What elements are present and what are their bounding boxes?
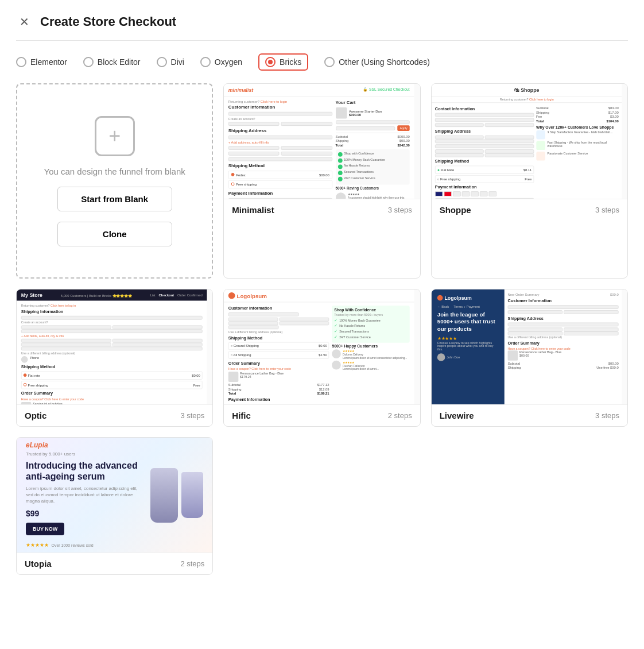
radio-circle-divi [157, 57, 167, 67]
radio-circle-elementor [16, 57, 26, 67]
livewire-card-footer: Livewire 3 steps [432, 404, 627, 426]
radio-label-divi: Divi [171, 57, 184, 67]
page-builder-selector: Elementor Block Editor Divi Oxygen Brick… [16, 53, 628, 71]
optic-name: Optic [25, 411, 46, 420]
modal-header: ✕ Create Store Checkout [16, 14, 628, 41]
modal-title: Create Store Checkout [40, 14, 176, 29]
minimalist-name: Minimalist [232, 205, 274, 215]
radio-other[interactable]: Other (Using Shortcodes) [324, 57, 430, 67]
optic-preview: My Store 5,000 Customers | Build on Bric… [17, 289, 212, 404]
radio-divi[interactable]: Divi [157, 57, 184, 67]
hific-card-footer: Hific 2 steps [224, 404, 420, 426]
modal-container: ✕ Create Store Checkout Elementor Block … [0, 0, 644, 589]
template-card-optic[interactable]: My Store 5,000 Customers | Build on Bric… [16, 289, 213, 427]
shoppe-name: Shoppe [440, 205, 471, 215]
blank-card[interactable]: + You can design the funnel from blank S… [16, 83, 213, 279]
blank-card-text: You can design the funnel from blank [44, 167, 185, 176]
livewire-name: Livewire [440, 411, 474, 420]
minimalist-preview: minimalist 🔒 SSL Secured Checkout Return… [224, 84, 420, 199]
start-from-blank-button[interactable]: Start from Blank [57, 187, 172, 211]
add-icon: + [95, 116, 135, 156]
radio-bricks[interactable]: Bricks [258, 53, 308, 71]
utopia-name: Utopia [25, 559, 52, 569]
optic-steps: 3 steps [180, 411, 204, 420]
template-card-minimalist[interactable]: minimalist 🔒 SSL Secured Checkout Return… [223, 83, 420, 279]
template-card-shoppe[interactable]: 🛍 Shoppe Returning customer? Click here … [431, 83, 628, 279]
radio-oxygen[interactable]: Oxygen [200, 57, 242, 67]
shoppe-preview: 🛍 Shoppe Returning customer? Click here … [432, 84, 627, 199]
utopia-steps: 2 steps [180, 559, 204, 568]
radio-circle-block-editor [83, 57, 94, 67]
minimalist-card-footer: Minimalist 3 steps [224, 199, 420, 221]
utopia-preview: eLupia Trusted by 5,000+ users Introduci… [17, 438, 212, 553]
radio-label-oxygen: Oxygen [215, 57, 242, 67]
optic-card-footer: Optic 3 steps [17, 404, 212, 426]
radio-elementor[interactable]: Elementor [16, 57, 67, 67]
radio-label-block-editor: Block Editor [98, 57, 141, 67]
shoppe-steps: 3 steps [595, 206, 619, 214]
hific-steps: 2 steps [388, 411, 412, 420]
livewire-steps: 3 steps [595, 411, 619, 420]
template-grid: + You can design the funnel from blank S… [16, 83, 628, 575]
utopia-card-footer: Utopia 2 steps [17, 553, 212, 574]
close-button[interactable]: ✕ [16, 14, 32, 30]
radio-circle-oxygen [200, 57, 211, 67]
clone-button[interactable]: Clone [57, 222, 172, 246]
template-card-utopia[interactable]: eLupia Trusted by 5,000+ users Introduci… [16, 437, 213, 575]
hific-name: Hific [232, 411, 251, 420]
radio-label-other: Other (Using Shortcodes) [339, 57, 430, 67]
minimalist-steps: 3 steps [388, 206, 412, 214]
radio-label-elementor: Elementor [30, 57, 67, 67]
hific-preview: Logolpsum Customer Information [224, 289, 420, 404]
radio-block-editor[interactable]: Block Editor [83, 57, 141, 67]
radio-circle-bricks [265, 57, 276, 67]
livewire-preview: Logolpsum ← Back Terms + Payment Join th… [432, 289, 627, 404]
template-card-hific[interactable]: Logolpsum Customer Information [223, 289, 420, 427]
radio-label-bricks: Bricks [280, 57, 301, 67]
template-card-livewire[interactable]: Logolpsum ← Back Terms + Payment Join th… [431, 289, 628, 427]
radio-circle-other [324, 57, 335, 67]
shoppe-card-footer: Shoppe 3 steps [432, 199, 627, 221]
